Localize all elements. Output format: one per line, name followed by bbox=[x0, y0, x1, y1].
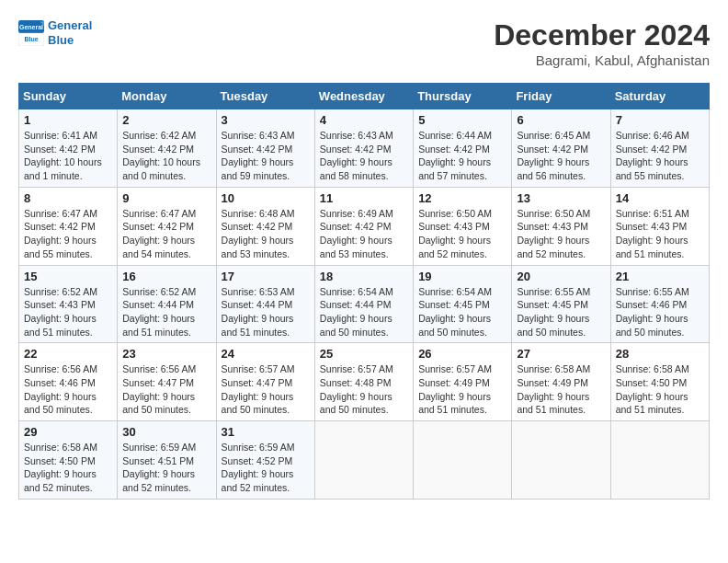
day-number: 15 bbox=[24, 270, 112, 283]
day-info: Sunrise: 6:54 AM Sunset: 4:44 PM Dayligh… bbox=[320, 285, 408, 339]
svg-text:General: General bbox=[19, 24, 43, 30]
day-info: Sunrise: 6:58 AM Sunset: 4:50 PM Dayligh… bbox=[616, 362, 704, 417]
day-info: Sunrise: 6:41 AM Sunset: 4:42 PM Dayligh… bbox=[24, 129, 112, 183]
day-number: 28 bbox=[616, 347, 704, 361]
calendar-cell: 12 Sunrise: 6:50 AM Sunset: 4:43 PM Dayl… bbox=[414, 187, 512, 265]
calendar-cell: 7 Sunrise: 6:46 AM Sunset: 4:42 PM Dayli… bbox=[610, 109, 709, 188]
calendar-table: SundayMondayTuesdayWednesdayThursdayFrid… bbox=[18, 83, 710, 500]
day-info: Sunrise: 6:58 AM Sunset: 4:50 PM Dayligh… bbox=[24, 441, 112, 495]
day-info: Sunrise: 6:59 AM Sunset: 4:52 PM Dayligh… bbox=[222, 441, 310, 495]
day-info: Sunrise: 6:44 AM Sunset: 4:42 PM Dayligh… bbox=[418, 129, 506, 183]
day-number: 11 bbox=[320, 191, 408, 205]
calendar-cell: 27 Sunrise: 6:58 AM Sunset: 4:49 PM Dayl… bbox=[512, 343, 610, 421]
calendar-cell: 1 Sunrise: 6:41 AM Sunset: 4:42 PM Dayli… bbox=[19, 109, 118, 188]
header-sunday: Sunday bbox=[19, 84, 118, 109]
day-number: 30 bbox=[122, 425, 210, 439]
day-number: 10 bbox=[222, 191, 310, 205]
day-number: 20 bbox=[517, 270, 605, 283]
day-number: 24 bbox=[222, 347, 310, 361]
calendar-cell: 20 Sunrise: 6:55 AM Sunset: 4:45 PM Dayl… bbox=[512, 265, 610, 343]
calendar-cell: 25 Sunrise: 6:57 AM Sunset: 4:48 PM Dayl… bbox=[314, 343, 413, 421]
day-number: 22 bbox=[24, 347, 112, 361]
calendar-cell: 19 Sunrise: 6:54 AM Sunset: 4:45 PM Dayl… bbox=[414, 265, 512, 343]
header-thursday: Thursday bbox=[414, 84, 512, 109]
day-number: 13 bbox=[517, 191, 605, 205]
day-number: 7 bbox=[616, 113, 704, 127]
day-info: Sunrise: 6:52 AM Sunset: 4:44 PM Dayligh… bbox=[122, 285, 210, 339]
header-monday: Monday bbox=[118, 84, 216, 109]
calendar-cell: 18 Sunrise: 6:54 AM Sunset: 4:44 PM Dayl… bbox=[314, 265, 413, 343]
page-subtitle: Bagrami, Kabul, Afghanistan bbox=[494, 52, 710, 68]
day-info: Sunrise: 6:43 AM Sunset: 4:42 PM Dayligh… bbox=[222, 129, 310, 183]
day-info: Sunrise: 6:57 AM Sunset: 4:47 PM Dayligh… bbox=[222, 362, 310, 417]
calendar-cell: 11 Sunrise: 6:49 AM Sunset: 4:42 PM Dayl… bbox=[314, 187, 413, 265]
calendar-cell bbox=[414, 421, 512, 500]
calendar-cell: 9 Sunrise: 6:47 AM Sunset: 4:42 PM Dayli… bbox=[118, 187, 216, 265]
day-number: 2 bbox=[122, 113, 210, 127]
day-number: 18 bbox=[320, 270, 408, 283]
day-number: 25 bbox=[320, 347, 408, 361]
calendar-cell: 15 Sunrise: 6:52 AM Sunset: 4:43 PM Dayl… bbox=[19, 265, 118, 343]
calendar-cell: 6 Sunrise: 6:45 AM Sunset: 4:42 PM Dayli… bbox=[512, 109, 610, 188]
calendar-cell: 16 Sunrise: 6:52 AM Sunset: 4:44 PM Dayl… bbox=[118, 265, 216, 343]
header-saturday: Saturday bbox=[610, 84, 709, 109]
day-info: Sunrise: 6:54 AM Sunset: 4:45 PM Dayligh… bbox=[418, 285, 506, 339]
calendar-cell: 31 Sunrise: 6:59 AM Sunset: 4:52 PM Dayl… bbox=[216, 421, 314, 500]
day-info: Sunrise: 6:45 AM Sunset: 4:42 PM Dayligh… bbox=[517, 129, 605, 183]
calendar-cell: 28 Sunrise: 6:58 AM Sunset: 4:50 PM Dayl… bbox=[610, 343, 709, 421]
calendar-cell: 3 Sunrise: 6:43 AM Sunset: 4:42 PM Dayli… bbox=[216, 109, 314, 188]
day-number: 12 bbox=[418, 191, 506, 205]
day-number: 17 bbox=[222, 270, 310, 283]
calendar-cell: 23 Sunrise: 6:56 AM Sunset: 4:47 PM Dayl… bbox=[118, 343, 216, 421]
calendar-cell bbox=[314, 421, 413, 500]
calendar-week-5: 29 Sunrise: 6:58 AM Sunset: 4:50 PM Dayl… bbox=[19, 421, 710, 500]
day-info: Sunrise: 6:48 AM Sunset: 4:42 PM Dayligh… bbox=[222, 207, 310, 261]
calendar-cell: 13 Sunrise: 6:50 AM Sunset: 4:43 PM Dayl… bbox=[512, 187, 610, 265]
day-number: 6 bbox=[517, 113, 605, 127]
logo: General Blue General Blue bbox=[18, 18, 92, 47]
day-info: Sunrise: 6:59 AM Sunset: 4:51 PM Dayligh… bbox=[122, 441, 210, 495]
day-number: 26 bbox=[418, 347, 506, 361]
day-number: 19 bbox=[418, 270, 506, 283]
calendar-cell: 26 Sunrise: 6:57 AM Sunset: 4:49 PM Dayl… bbox=[414, 343, 512, 421]
day-number: 16 bbox=[122, 270, 210, 283]
day-info: Sunrise: 6:53 AM Sunset: 4:44 PM Dayligh… bbox=[222, 285, 310, 339]
day-info: Sunrise: 6:42 AM Sunset: 4:42 PM Dayligh… bbox=[122, 129, 210, 183]
day-number: 9 bbox=[122, 191, 210, 205]
calendar-cell: 30 Sunrise: 6:59 AM Sunset: 4:51 PM Dayl… bbox=[118, 421, 216, 500]
header-friday: Friday bbox=[512, 84, 610, 109]
page-title: December 2024 bbox=[494, 18, 710, 52]
day-info: Sunrise: 6:50 AM Sunset: 4:43 PM Dayligh… bbox=[517, 207, 605, 261]
day-number: 14 bbox=[616, 191, 704, 205]
calendar-cell bbox=[512, 421, 610, 500]
day-number: 21 bbox=[616, 270, 704, 283]
day-info: Sunrise: 6:56 AM Sunset: 4:46 PM Dayligh… bbox=[24, 362, 112, 417]
day-number: 4 bbox=[320, 113, 408, 127]
day-info: Sunrise: 6:57 AM Sunset: 4:48 PM Dayligh… bbox=[320, 362, 408, 417]
calendar-header-row: SundayMondayTuesdayWednesdayThursdayFrid… bbox=[19, 84, 710, 109]
svg-text:Blue: Blue bbox=[24, 36, 38, 42]
day-number: 1 bbox=[24, 113, 112, 127]
day-info: Sunrise: 6:46 AM Sunset: 4:42 PM Dayligh… bbox=[616, 129, 704, 183]
calendar-cell: 2 Sunrise: 6:42 AM Sunset: 4:42 PM Dayli… bbox=[118, 109, 216, 188]
page-header: General Blue General Blue December 2024 … bbox=[18, 18, 710, 68]
calendar-week-4: 22 Sunrise: 6:56 AM Sunset: 4:46 PM Dayl… bbox=[19, 343, 710, 421]
title-block: December 2024 Bagrami, Kabul, Afghanista… bbox=[494, 18, 710, 68]
day-info: Sunrise: 6:58 AM Sunset: 4:49 PM Dayligh… bbox=[517, 362, 605, 417]
day-number: 27 bbox=[517, 347, 605, 361]
calendar-week-2: 8 Sunrise: 6:47 AM Sunset: 4:42 PM Dayli… bbox=[19, 187, 710, 265]
day-info: Sunrise: 6:51 AM Sunset: 4:43 PM Dayligh… bbox=[616, 207, 704, 261]
day-number: 23 bbox=[122, 347, 210, 361]
day-info: Sunrise: 6:47 AM Sunset: 4:42 PM Dayligh… bbox=[24, 207, 112, 261]
day-info: Sunrise: 6:47 AM Sunset: 4:42 PM Dayligh… bbox=[122, 207, 210, 261]
calendar-cell: 10 Sunrise: 6:48 AM Sunset: 4:42 PM Dayl… bbox=[216, 187, 314, 265]
calendar-cell: 22 Sunrise: 6:56 AM Sunset: 4:46 PM Dayl… bbox=[19, 343, 118, 421]
calendar-cell: 29 Sunrise: 6:58 AM Sunset: 4:50 PM Dayl… bbox=[19, 421, 118, 500]
calendar-cell bbox=[610, 421, 709, 500]
header-tuesday: Tuesday bbox=[216, 84, 314, 109]
logo-icon: General Blue bbox=[18, 20, 44, 46]
calendar-cell: 4 Sunrise: 6:43 AM Sunset: 4:42 PM Dayli… bbox=[314, 109, 413, 188]
calendar-cell: 17 Sunrise: 6:53 AM Sunset: 4:44 PM Dayl… bbox=[216, 265, 314, 343]
day-number: 8 bbox=[24, 191, 112, 205]
calendar-cell: 14 Sunrise: 6:51 AM Sunset: 4:43 PM Dayl… bbox=[610, 187, 709, 265]
